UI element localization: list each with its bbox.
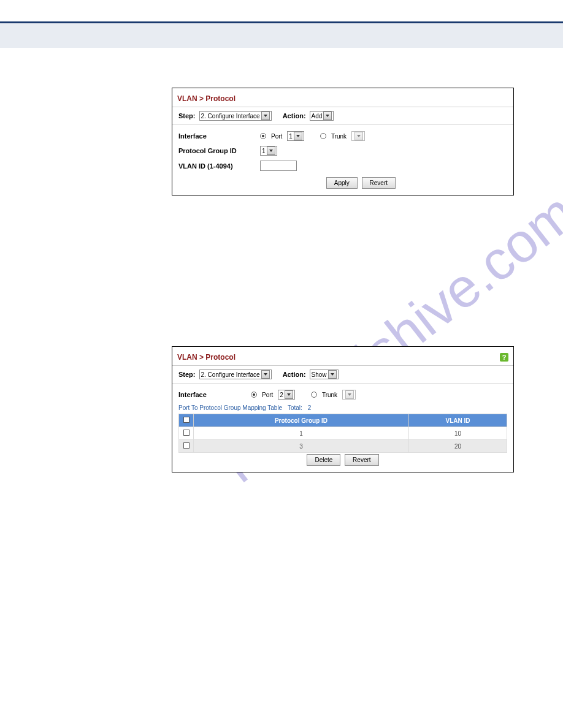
interface-row: Interface Port 1 Trunk	[178, 131, 507, 141]
port-select-value: 1	[289, 133, 293, 140]
action-select[interactable]: Show	[310, 370, 339, 379]
action-select-value: Add	[312, 113, 323, 119]
pgid-row: Protocol Group ID 1	[178, 146, 507, 156]
revert-button[interactable]: Revert	[362, 177, 396, 189]
vlanid-input[interactable]	[260, 161, 297, 171]
step-label: Step:	[178, 371, 196, 378]
cell-vlan: 20	[409, 440, 507, 453]
panel-configure-add: VLAN > Protocol Step: 2. Configure Inter…	[172, 88, 514, 195]
interface-label: Interface	[178, 132, 255, 140]
action-label: Action:	[283, 112, 306, 119]
port-select[interactable]: 1	[287, 131, 304, 141]
panel-body: Interface Port 1 Trunk Protocol Group ID	[172, 125, 513, 195]
table-row: 1 10	[179, 427, 507, 440]
pgid-select-value: 1	[262, 148, 266, 154]
panel-controls: Step: 2. Configure Interface Action: Add	[172, 107, 513, 125]
row-checkbox[interactable]	[183, 442, 190, 449]
delete-button[interactable]: Delete	[307, 454, 340, 466]
port-radio[interactable]	[251, 392, 257, 398]
pgid-label: Protocol Group ID	[178, 147, 255, 154]
button-row: Apply Revert	[178, 176, 507, 190]
table-total: 2	[308, 404, 312, 411]
row-checkbox-cell	[179, 440, 194, 453]
col-pgid: Protocol Group ID	[194, 414, 409, 427]
cell-vlan: 10	[409, 427, 507, 440]
action-select[interactable]: Add	[310, 111, 334, 121]
panel-frame: VLAN > Protocol Step: 2. Configure Inter…	[172, 88, 514, 195]
revert-button[interactable]: Revert	[345, 454, 378, 466]
step-select[interactable]: 2. Configure Interface	[199, 370, 272, 379]
panel-body: Interface Port 2 Trunk Port To Protocol …	[172, 384, 513, 472]
chevron-down-icon	[354, 132, 363, 140]
breadcrumb: VLAN > Protocol	[172, 88, 513, 107]
apply-button[interactable]: Apply	[326, 177, 358, 189]
chevron-down-icon	[294, 132, 302, 140]
chevron-down-icon	[328, 370, 337, 379]
col-vlan: VLAN ID	[409, 414, 507, 427]
port-label: Port	[262, 392, 273, 398]
help-icon[interactable]: ?	[500, 353, 508, 362]
pgid-select[interactable]: 1	[260, 146, 277, 156]
step-select-value: 2. Configure Interface	[201, 113, 260, 119]
action-select-value: Show	[312, 371, 327, 378]
port-select[interactable]: 2	[278, 390, 295, 400]
breadcrumb: VLAN > Protocol	[177, 353, 236, 362]
step-select[interactable]: 2. Configure Interface	[199, 111, 272, 121]
chevron-down-icon	[267, 146, 275, 155]
select-all-checkbox[interactable]	[183, 417, 190, 423]
trunk-select[interactable]	[342, 390, 356, 400]
step-select-value: 2. Configure Interface	[201, 371, 260, 378]
table-caption: Port To Protocol Group Mapping Table Tot…	[178, 404, 507, 414]
trunk-radio[interactable]	[311, 392, 317, 398]
cell-pgid: 3	[194, 440, 409, 453]
chevron-down-icon	[261, 370, 270, 379]
row-checkbox[interactable]	[183, 430, 190, 436]
chevron-down-icon	[323, 112, 332, 120]
select-all-header	[179, 414, 194, 427]
interface-row: Interface Port 2 Trunk	[178, 390, 507, 400]
table-row: 3 20	[179, 440, 507, 453]
port-radio[interactable]	[260, 133, 266, 139]
action-label: Action:	[283, 371, 306, 378]
trunk-select[interactable]	[351, 131, 365, 141]
step-label: Step:	[178, 112, 196, 119]
chevron-down-icon	[285, 390, 293, 399]
trunk-label: Trunk	[322, 392, 337, 398]
breadcrumb-row: VLAN > Protocol ?	[172, 347, 513, 366]
trunk-label: Trunk	[331, 133, 347, 140]
table-header-row: Protocol Group ID VLAN ID	[179, 414, 507, 427]
vlanid-label: VLAN ID (1-4094)	[178, 162, 255, 170]
panel-frame: VLAN > Protocol ? Step: 2. Configure Int…	[172, 346, 514, 472]
trunk-radio[interactable]	[320, 133, 326, 139]
port-select-value: 2	[280, 392, 283, 398]
row-checkbox-cell	[179, 427, 194, 440]
mapping-table: Protocol Group ID VLAN ID 1 10 3 20	[178, 414, 507, 453]
chevron-down-icon	[261, 112, 270, 120]
table-total-label: Total:	[288, 404, 302, 411]
header-band	[0, 23, 563, 48]
panel-configure-show: VLAN > Protocol ? Step: 2. Configure Int…	[172, 346, 514, 472]
vlanid-row: VLAN ID (1-4094)	[178, 161, 507, 171]
interface-label: Interface	[178, 391, 246, 398]
panel-controls: Step: 2. Configure Interface Action: Sho…	[172, 366, 513, 384]
port-label: Port	[271, 133, 282, 140]
cell-pgid: 1	[194, 427, 409, 440]
button-row: Delete Revert	[178, 453, 507, 467]
table-name: Port To Protocol Group Mapping Table	[178, 404, 282, 411]
chevron-down-icon	[345, 390, 354, 399]
